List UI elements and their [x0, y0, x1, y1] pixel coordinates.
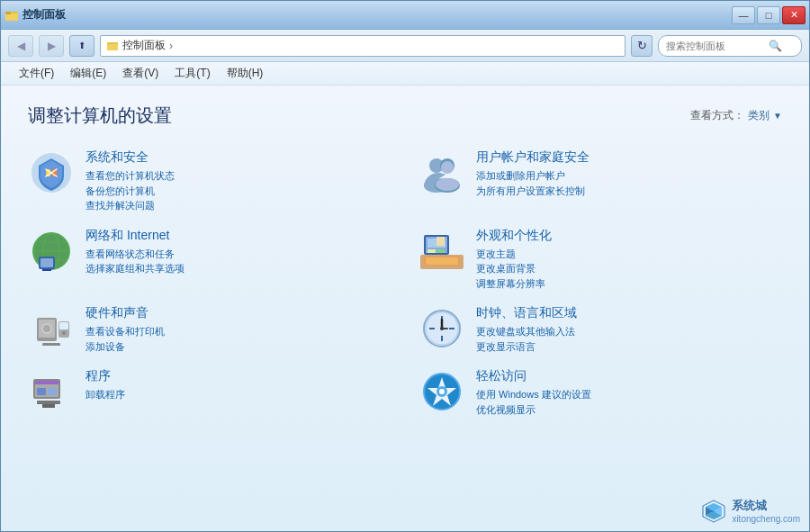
- network-link-1[interactable]: 选择家庭组和共享选项: [86, 261, 392, 276]
- refresh-button[interactable]: ↻: [631, 35, 652, 57]
- page-header: 调整计算机的设置 查看方式： 类别 ▼: [28, 104, 782, 128]
- network-text: 网络和 Internet 查看网络状态和任务 选择家庭组和共享选项: [86, 228, 392, 276]
- svg-point-12: [441, 161, 454, 174]
- clock-name[interactable]: 时钟、语言和区域: [476, 305, 782, 321]
- ease-name[interactable]: 轻松访问: [476, 368, 782, 384]
- svg-point-60: [439, 389, 445, 394]
- svg-rect-21: [40, 258, 53, 267]
- appearance-name[interactable]: 外观和个性化: [476, 228, 782, 244]
- panel-item-system-security[interactable]: 系统和安全 查看您的计算机状态 备份您的计算机 查找并解决问题: [28, 149, 392, 213]
- svg-rect-27: [436, 249, 445, 253]
- svg-rect-52: [35, 381, 58, 384]
- ease-link-1[interactable]: 优化视频显示: [476, 402, 782, 418]
- user-accounts-link-1[interactable]: 为所有用户设置家长控制: [476, 184, 782, 199]
- appearance-link-0[interactable]: 更改主题: [476, 247, 782, 262]
- hardware-link-0[interactable]: 查看设备和打印机: [86, 324, 392, 339]
- svg-rect-22: [42, 269, 51, 271]
- main-content: 调整计算机的设置 查看方式： 类别 ▼: [1, 86, 809, 531]
- folder-address-icon: [106, 40, 119, 52]
- svg-rect-39: [42, 343, 60, 346]
- programs-name[interactable]: 程序: [86, 368, 392, 384]
- view-mode-label: 查看方式：: [690, 108, 744, 123]
- clock-link-0[interactable]: 更改键盘或其他输入法: [476, 324, 782, 339]
- search-icon: 🔍: [769, 40, 782, 52]
- system-security-text: 系统和安全 查看您的计算机状态 备份您的计算机 查找并解决问题: [86, 149, 392, 213]
- main-window: 控制面板 — □ ✕ ◀ ▶ ⬆ 控制面板 › ↻ 🔍 文件(F) 编辑(E) …: [0, 0, 810, 532]
- system-security-link-1[interactable]: 备份您的计算机: [86, 184, 392, 199]
- search-input[interactable]: [666, 41, 765, 51]
- clock-icon: [418, 305, 465, 352]
- appearance-text: 外观和个性化 更改主题 更改桌面背景 调整屏幕分辨率: [476, 228, 782, 292]
- svg-rect-56: [42, 404, 55, 408]
- panel-item-clock[interactable]: 时钟、语言和区域 更改键盘或其他输入法 更改显示语言: [418, 305, 782, 354]
- system-security-link-0[interactable]: 查看您的计算机状态: [86, 168, 392, 184]
- menu-edit[interactable]: 编辑(E): [63, 64, 113, 83]
- svg-point-35: [43, 325, 50, 332]
- hardware-link-1[interactable]: 添加设备: [86, 339, 392, 355]
- user-accounts-text: 用户帐户和家庭安全 添加或删除用户帐户 为所有用户设置家长控制: [476, 149, 782, 198]
- user-accounts-name[interactable]: 用户帐户和家庭安全: [476, 149, 782, 166]
- panel-item-hardware[interactable]: 硬件和声音 查看设备和打印机 添加设备: [28, 305, 392, 354]
- panel-grid: 系统和安全 查看您的计算机状态 备份您的计算机 查找并解决问题: [28, 149, 782, 417]
- ease-link-0[interactable]: 使用 Windows 建议的设置: [476, 387, 782, 402]
- maximize-button[interactable]: □: [757, 6, 780, 24]
- panel-item-network[interactable]: 网络和 Internet 查看网络状态和任务 选择家庭组和共享选项: [28, 228, 392, 292]
- view-mode-value: 类别: [748, 108, 770, 123]
- appearance-link-2[interactable]: 调整屏幕分辨率: [476, 276, 782, 292]
- programs-text: 程序 卸载程序: [86, 368, 392, 402]
- network-icon: [28, 228, 75, 275]
- appearance-icon: [418, 228, 465, 275]
- menu-view[interactable]: 查看(V): [115, 64, 166, 83]
- panel-item-appearance[interactable]: 外观和个性化 更改主题 更改桌面背景 调整屏幕分辨率: [418, 228, 782, 292]
- network-link-0[interactable]: 查看网络状态和任务: [86, 247, 392, 262]
- programs-icon: [28, 368, 75, 415]
- menu-file[interactable]: 文件(F): [12, 64, 61, 83]
- folder-icon: [4, 8, 19, 23]
- svg-rect-37: [59, 322, 68, 329]
- search-box: 🔍: [658, 35, 802, 57]
- clock-text: 时钟、语言和区域 更改键盘或其他输入法 更改显示语言: [476, 305, 782, 354]
- address-box[interactable]: 控制面板 ›: [100, 35, 626, 57]
- hardware-text: 硬件和声音 查看设备和打印机 添加设备: [86, 305, 392, 354]
- system-security-icon: [28, 149, 75, 196]
- up-button[interactable]: ⬆: [69, 35, 94, 57]
- ease-icon: [418, 368, 465, 415]
- close-button[interactable]: ✕: [782, 6, 806, 24]
- system-security-link-2[interactable]: 查找并解决问题: [86, 198, 392, 213]
- svg-rect-55: [37, 401, 60, 404]
- minimize-button[interactable]: —: [732, 6, 755, 24]
- panel-item-programs[interactable]: 程序 卸载程序: [28, 368, 392, 417]
- menu-help[interactable]: 帮助(H): [220, 64, 271, 83]
- svg-rect-2: [5, 12, 11, 14]
- svg-point-49: [440, 327, 444, 330]
- hardware-name[interactable]: 硬件和声音: [86, 305, 392, 321]
- network-name[interactable]: 网络和 Internet: [86, 228, 392, 244]
- watermark-brand: 系统城: [732, 498, 800, 514]
- forward-button[interactable]: ▶: [39, 35, 64, 57]
- panel-item-ease[interactable]: 轻松访问 使用 Windows 建议的设置 优化视频显示: [418, 368, 782, 417]
- svg-rect-1: [5, 14, 18, 21]
- back-button[interactable]: ◀: [8, 35, 33, 57]
- hardware-icon: [28, 305, 75, 352]
- titlebar: 控制面板 — □ ✕: [1, 1, 809, 30]
- appearance-link-1[interactable]: 更改桌面背景: [476, 261, 782, 276]
- programs-link-0[interactable]: 卸载程序: [86, 387, 392, 402]
- menu-tools[interactable]: 工具(T): [167, 64, 217, 83]
- system-security-name[interactable]: 系统和安全: [86, 149, 392, 166]
- panel-item-user-accounts[interactable]: 用户帐户和家庭安全 添加或删除用户帐户 为所有用户设置家长控制: [418, 149, 782, 213]
- user-accounts-icon: [418, 149, 465, 196]
- user-accounts-link-0[interactable]: 添加或删除用户帐户: [476, 168, 782, 184]
- address-text: 控制面板: [122, 38, 166, 53]
- clock-link-1[interactable]: 更改显示语言: [476, 339, 782, 355]
- svg-rect-28: [436, 237, 445, 246]
- svg-rect-26: [428, 249, 436, 253]
- watermark: 系统城 xitongcheng.com: [701, 498, 800, 524]
- addressbar: ◀ ▶ ⬆ 控制面板 › ↻ 🔍: [1, 30, 809, 62]
- ease-text: 轻松访问 使用 Windows 建议的设置 优化视频显示: [476, 368, 782, 417]
- page-title: 调整计算机的设置: [28, 104, 172, 128]
- svg-rect-31: [426, 257, 458, 265]
- titlebar-left: 控制面板: [4, 7, 66, 23]
- menubar: 文件(F) 编辑(E) 查看(V) 工具(T) 帮助(H): [1, 62, 809, 86]
- view-mode-selector[interactable]: 查看方式： 类别 ▼: [690, 108, 782, 123]
- titlebar-controls: — □ ✕: [732, 6, 806, 24]
